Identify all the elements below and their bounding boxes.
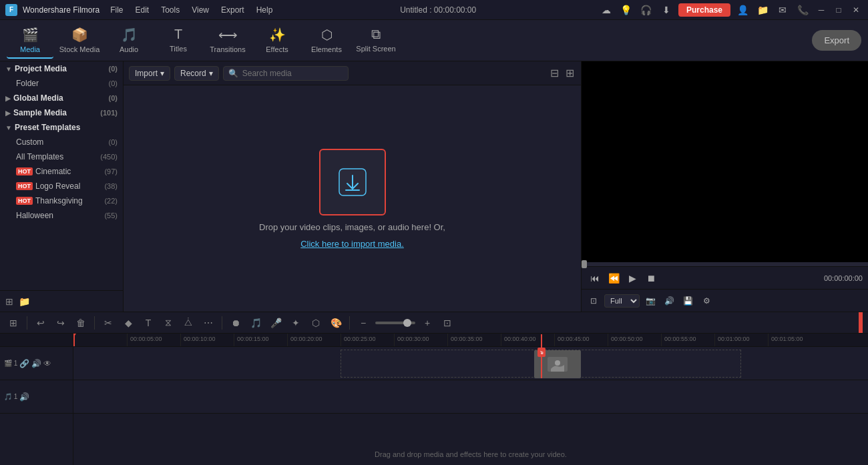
zoom-out-button[interactable]: − — [355, 315, 371, 331]
zoom-handle[interactable] — [403, 319, 411, 327]
frame-back-button[interactable]: ⏪ — [606, 270, 622, 286]
project-title: Untitled : 00:00:00:00 — [400, 5, 476, 15]
filter-icon[interactable]: ⊟ — [549, 65, 560, 81]
tool-transitions[interactable]: ⟷ Transitions — [204, 23, 251, 59]
tool-elements[interactable]: ⬡ Elements — [303, 23, 350, 59]
headset-icon[interactable]: 🎧 — [638, 2, 654, 18]
split-button[interactable]: ⧊ — [180, 315, 196, 331]
menu-view[interactable]: View — [186, 4, 214, 16]
voice-icon[interactable]: 🎤 — [268, 315, 284, 331]
track2-audio-icon[interactable]: 🔊 — [19, 392, 29, 402]
text-button[interactable]: T — [140, 315, 156, 331]
color-icon[interactable]: 🎨 — [328, 315, 344, 331]
record-icon[interactable]: ⏺ — [228, 315, 244, 331]
video-track-dropzone[interactable]: 🖱 — [341, 350, 741, 378]
zoom-slider[interactable] — [375, 322, 415, 324]
export-button[interactable]: Export — [812, 30, 861, 51]
undo-button[interactable]: ↩ — [33, 315, 49, 331]
bulb-icon[interactable]: 💡 — [618, 2, 634, 18]
tool-media[interactable]: 🎬 Media — [7, 23, 53, 59]
cut-button[interactable]: ✂ — [100, 315, 116, 331]
menu-edit[interactable]: Edit — [130, 4, 155, 16]
menu-tools[interactable]: Tools — [156, 4, 185, 16]
menu-file[interactable]: File — [105, 4, 128, 16]
sidebar-item-logo-reveal[interactable]: HOT Logo Reveal (38) — [0, 179, 123, 193]
folder-icon[interactable]: 📁 — [754, 2, 771, 18]
purchase-button[interactable]: Purchase — [678, 3, 730, 17]
minimize-button[interactable]: ─ — [815, 3, 828, 17]
sidebar-item-preset-templates[interactable]: ▼ Preset Templates — [0, 120, 123, 135]
mail-icon[interactable]: ✉ — [775, 2, 791, 18]
import-link[interactable]: Click here to import media. — [300, 239, 404, 249]
track1-audio-icon[interactable]: 🔊 — [31, 359, 41, 368]
tool-stock-media[interactable]: 📦 Stock Media — [56, 23, 103, 59]
svg-point-2 — [555, 360, 560, 366]
audio-track-icon[interactable]: 🎵 — [248, 315, 264, 331]
tool-effects[interactable]: ✨ Effects — [254, 23, 300, 59]
marker-button[interactable]: ◆ — [120, 315, 136, 331]
add-track-icon[interactable]: ⊞ — [5, 296, 13, 307]
timecode-ruler[interactable]: 00:00:05:00 00:00:10:00 00:00:15:00 00:0… — [73, 334, 868, 347]
phone-icon[interactable]: 📞 — [795, 2, 811, 18]
audio-track-row[interactable] — [73, 380, 868, 414]
tool-audio[interactable]: 🎵 Audio — [105, 23, 152, 59]
snapshot-button[interactable]: 📷 — [642, 293, 658, 309]
import-arrow-icon: ▾ — [160, 69, 164, 78]
sidebar-item-sample-media[interactable]: ▶ Sample Media (101) — [0, 105, 123, 120]
play-button[interactable]: ▶ — [624, 270, 640, 286]
sidebar-item-all-templates[interactable]: All Templates (450) — [0, 149, 123, 164]
tc-0 — [73, 334, 127, 346]
tc-6: 00:00:30:00 — [394, 334, 447, 346]
sidebar-item-custom[interactable]: Custom (0) — [0, 135, 123, 149]
timeline-grid-icon[interactable]: ⊞ — [5, 315, 21, 331]
cloud-icon[interactable]: ☁ — [598, 2, 614, 18]
ai-icon[interactable]: ⬡ — [308, 315, 324, 331]
tl-sep-4 — [349, 316, 350, 330]
more-button[interactable]: ⋯ — [200, 315, 216, 331]
tc-2: 00:00:10:00 — [180, 334, 234, 346]
import-dropdown[interactable]: Import ▾ — [129, 66, 170, 81]
fit-frame-button[interactable]: ⊡ — [586, 293, 602, 309]
tc-9: 00:00:45:00 — [554, 334, 608, 346]
sidebar-item-cinematic[interactable]: HOT Cinematic (97) — [0, 164, 123, 179]
record-dropdown[interactable]: Record ▾ — [174, 66, 219, 81]
tool-titles[interactable]: T Titles — [155, 23, 202, 59]
grid-view-icon[interactable]: ⊞ — [564, 65, 576, 81]
stop-button[interactable]: ⏹ — [643, 270, 659, 286]
all-templates-count: (450) — [100, 153, 118, 161]
video-track-row[interactable]: 🖱 — [73, 347, 868, 380]
effects-track-icon[interactable]: ✦ — [288, 315, 304, 331]
track-header-video: 🎬 1 🔗 🔊 👁 — [0, 347, 73, 380]
sidebar-item-folder[interactable]: Folder (0) — [0, 76, 123, 91]
menu-export[interactable]: Export — [216, 4, 250, 16]
track1-lock-icon[interactable]: 🔗 — [19, 359, 29, 368]
close-button[interactable]: ✕ — [849, 3, 863, 17]
tc-11: 00:00:55:00 — [661, 334, 714, 346]
skip-back-button[interactable]: ⏮ — [587, 270, 603, 286]
delete-button[interactable]: 🗑 — [73, 315, 89, 331]
save-frame-button[interactable]: 💾 — [680, 293, 696, 309]
zoom-in-button[interactable]: + — [419, 315, 435, 331]
quality-select[interactable]: Full 1/2 1/4 Auto — [604, 294, 640, 308]
download-icon[interactable]: ⬇ — [658, 2, 674, 18]
volume-button[interactable]: 🔊 — [661, 293, 677, 309]
settings-button[interactable]: ⚙ — [698, 293, 714, 309]
preview-progress-bar[interactable] — [582, 262, 868, 266]
cinematic-count: (97) — [104, 167, 118, 175]
sidebar-item-project-media[interactable]: ▼ Project Media (0) — [0, 61, 123, 76]
maximize-button[interactable]: □ — [832, 3, 845, 17]
tool-split-screen[interactable]: ⧉ Split Screen — [353, 23, 399, 59]
user-icon[interactable]: 👤 — [734, 2, 750, 18]
import-drop-box[interactable] — [319, 149, 386, 215]
folder-add-icon[interactable]: 📁 — [19, 296, 30, 307]
sidebar-item-global-media[interactable]: ▶ Global Media (0) — [0, 91, 123, 105]
redo-button[interactable]: ↪ — [53, 315, 69, 331]
adjust-button[interactable]: ⧖ — [160, 315, 176, 331]
track1-eye-icon[interactable]: 👁 — [43, 359, 51, 368]
search-input[interactable] — [223, 66, 349, 81]
fit-timeline-button[interactable]: ⊡ — [439, 315, 455, 331]
sidebar-item-halloween[interactable]: Halloween (55) — [0, 208, 123, 223]
preview-scrubber[interactable] — [582, 260, 587, 268]
sidebar-item-thanksgiving[interactable]: HOT Thanksgiving (22) — [0, 193, 123, 208]
menu-help[interactable]: Help — [251, 4, 278, 16]
